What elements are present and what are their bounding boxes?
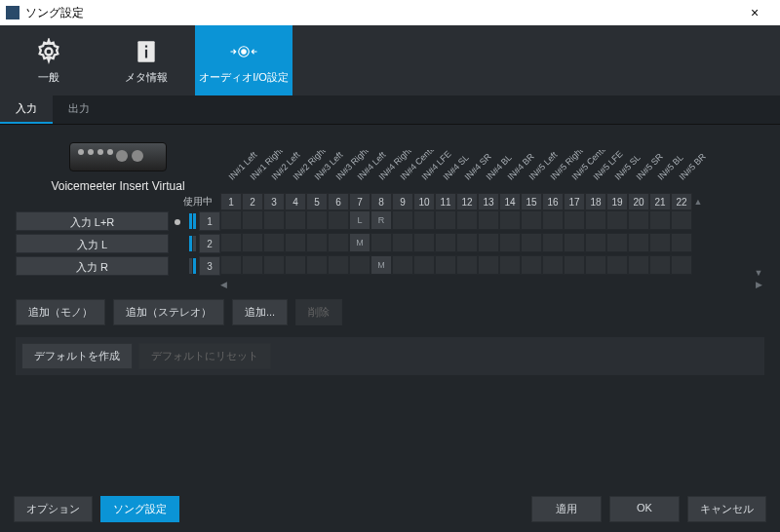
routing-cell[interactable] <box>478 233 499 252</box>
window-title: ソング設定 <box>25 5 84 21</box>
routing-cell[interactable] <box>521 255 542 275</box>
scroll-down-arrow[interactable]: ▼ <box>753 268 764 278</box>
routing-cell[interactable] <box>649 210 671 230</box>
routing-cell[interactable] <box>413 233 435 252</box>
routing-cell[interactable] <box>306 233 328 252</box>
routing-cell[interactable] <box>649 233 671 252</box>
input-row[interactable]: 入力 R 3 <box>16 255 220 277</box>
routing-cell[interactable] <box>435 210 456 230</box>
routing-cell[interactable] <box>328 233 349 252</box>
close-button[interactable]: × <box>735 5 774 20</box>
routing-cell[interactable] <box>306 210 328 230</box>
input-row[interactable]: 入力 L 2 <box>16 233 220 254</box>
routing-cell[interactable] <box>220 210 242 230</box>
tab-input[interactable]: 入力 <box>0 95 53 124</box>
routing-cell[interactable]: M <box>370 255 392 275</box>
routing-cell[interactable] <box>628 255 649 275</box>
routing-cell[interactable] <box>628 233 649 252</box>
make-default-button[interactable]: デフォルトを作成 <box>21 343 133 369</box>
add-mono-button[interactable]: 追加（モノ） <box>16 299 105 325</box>
svg-rect-3 <box>145 49 147 57</box>
routing-cell[interactable] <box>521 210 542 230</box>
col-label: IN#5 BR <box>678 175 695 193</box>
routing-cell[interactable] <box>456 210 478 230</box>
routing-cell[interactable] <box>242 233 263 252</box>
ok-button[interactable]: OK <box>609 496 680 522</box>
routing-cell[interactable] <box>285 233 306 252</box>
routing-cell[interactable] <box>585 233 606 252</box>
routing-cell[interactable] <box>392 210 413 230</box>
routing-cell[interactable] <box>370 233 392 252</box>
routing-cell[interactable] <box>263 210 285 230</box>
routing-cell[interactable] <box>306 255 328 275</box>
routing-cell[interactable] <box>478 210 499 230</box>
routing-cell[interactable] <box>392 255 413 275</box>
routing-cell[interactable] <box>564 255 585 275</box>
routing-cell[interactable] <box>606 255 628 275</box>
add-button[interactable]: 追加... <box>232 299 288 325</box>
options-button[interactable]: オプション <box>14 496 93 522</box>
routing-cell[interactable]: L <box>349 210 370 230</box>
nav-general[interactable]: 一般 <box>0 25 98 95</box>
routing-cell[interactable] <box>606 233 628 252</box>
routing-cell[interactable] <box>499 233 521 252</box>
nav-audio-label: オーディオI/O設定 <box>199 70 289 85</box>
song-settings-button[interactable]: ソング設定 <box>100 496 179 522</box>
routing-cell[interactable]: R <box>370 210 392 230</box>
routing-cell[interactable] <box>628 210 649 230</box>
routing-cell[interactable] <box>413 210 435 230</box>
routing-cell[interactable] <box>456 233 478 252</box>
routing-cell[interactable] <box>564 210 585 230</box>
routing-cell[interactable] <box>263 233 285 252</box>
routing-cell[interactable] <box>606 210 628 230</box>
routing-cell[interactable] <box>671 255 692 275</box>
routing-cell[interactable] <box>220 255 242 275</box>
routing-cell[interactable] <box>564 233 585 252</box>
routing-cell[interactable] <box>242 255 263 275</box>
col-label: IN#5 Left <box>527 175 545 193</box>
routing-cell[interactable] <box>542 255 564 275</box>
scroll-left[interactable]: ◀ <box>220 280 227 289</box>
routing-cell[interactable] <box>435 255 456 275</box>
routing-cell[interactable] <box>328 210 349 230</box>
col-label: IN#4 Right <box>377 175 395 193</box>
routing-cell[interactable] <box>542 210 564 230</box>
routing-cell[interactable] <box>671 233 692 252</box>
routing-cell[interactable] <box>478 255 499 275</box>
tab-output[interactable]: 出力 <box>53 95 105 124</box>
scroll-up-arrow[interactable]: ▲ <box>692 193 704 210</box>
cancel-button[interactable]: キャンセル <box>687 496 766 522</box>
routing-cell[interactable] <box>499 255 521 275</box>
reset-default-button: デフォルトにリセット <box>138 343 271 369</box>
col-label: IN#4 BR <box>506 175 524 193</box>
routing-cell[interactable] <box>585 210 606 230</box>
scroll-right[interactable]: ▶ <box>756 280 762 289</box>
routing-cell[interactable] <box>285 255 306 275</box>
col-num: 2 <box>242 193 263 210</box>
add-stereo-button[interactable]: 追加（ステレオ） <box>113 299 224 325</box>
nav-audio-io[interactable]: オーディオI/O設定 <box>195 25 292 95</box>
routing-cell[interactable] <box>499 210 521 230</box>
routing-cell[interactable] <box>585 255 606 275</box>
routing-cell[interactable] <box>263 255 285 275</box>
routing-cell[interactable] <box>328 255 349 275</box>
routing-cell[interactable]: M <box>349 233 370 252</box>
routing-cell[interactable] <box>649 255 671 275</box>
routing-cell[interactable] <box>349 255 370 275</box>
nav-meta[interactable]: メタ情報 <box>98 25 195 95</box>
routing-cell[interactable] <box>542 233 564 252</box>
routing-cell[interactable] <box>285 210 306 230</box>
routing-cell[interactable] <box>671 210 692 230</box>
routing-cell[interactable] <box>242 210 263 230</box>
row-name: 入力 L <box>16 234 169 253</box>
routing-cell[interactable] <box>392 233 413 252</box>
apply-button[interactable]: 適用 <box>531 496 602 522</box>
routing-cell[interactable] <box>435 233 456 252</box>
row-cells: LR <box>220 210 753 232</box>
routing-cell[interactable] <box>456 255 478 275</box>
routing-cell[interactable] <box>413 255 435 275</box>
routing-cell[interactable] <box>220 233 242 252</box>
routing-cell[interactable] <box>521 233 542 252</box>
col-num: 4 <box>285 193 306 210</box>
input-row[interactable]: 入力 L+R 1 <box>16 210 220 232</box>
